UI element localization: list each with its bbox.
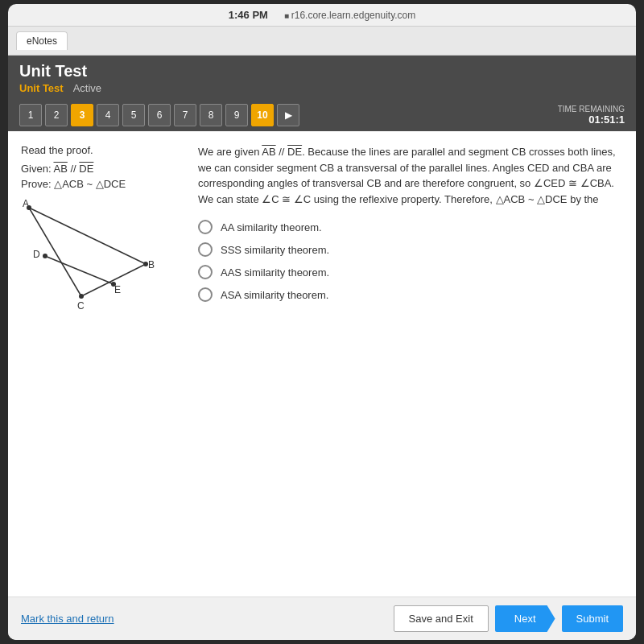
nav-btn-1[interactable]: 1 xyxy=(19,104,42,126)
enotes-tab[interactable]: eNotes xyxy=(16,31,68,50)
page-header: Unit Test Unit Test Active xyxy=(8,56,636,99)
question-nav: 1 2 3 4 5 6 7 8 9 10 ▶ xyxy=(19,104,299,126)
svg-text:A: A xyxy=(23,200,29,209)
answer-options: AA similarity theorem. SSS similarity th… xyxy=(198,220,623,302)
timer-value: 01:51:1 xyxy=(558,114,625,126)
radio-asa[interactable] xyxy=(198,287,213,302)
option-asa-label: ASA similarity theorem. xyxy=(221,289,328,301)
prove-text: Prove: △ACB ~ △DCE xyxy=(21,178,182,190)
page-title: Unit Test xyxy=(19,62,625,80)
nav-btn-2[interactable]: 2 xyxy=(45,104,68,126)
nav-btn-4[interactable]: 4 xyxy=(97,104,119,126)
question-area: Read the proof. Given: AB // DE Prove: △… xyxy=(8,131,636,597)
nav-btn-10[interactable]: 10 xyxy=(251,104,274,126)
option-aas-label: AAS similarity theorem. xyxy=(221,266,329,279)
nav-btn-5[interactable]: 5 xyxy=(122,104,145,126)
subtitle-label: Unit Test xyxy=(19,82,64,94)
geometry-diagram: A B C D E xyxy=(21,200,166,312)
given-de: DE xyxy=(79,163,93,175)
svg-line-3 xyxy=(45,256,114,284)
status-bar: 1:46 PM r16.core.learn.edgenuity.com xyxy=(8,4,636,27)
nav-bar: 1 2 3 4 5 6 7 8 9 10 ▶ TIME REMAINING 01… xyxy=(8,99,636,131)
nav-next-icon[interactable]: ▶ xyxy=(277,104,299,126)
radio-aa[interactable] xyxy=(198,220,213,234)
mark-return-link[interactable]: Mark this and return xyxy=(21,613,114,625)
right-panel: We are given AB // DE. Because the lines… xyxy=(198,144,623,584)
status-url: r16.core.learn.edgenuity.com xyxy=(284,10,415,21)
timer-label: TIME REMAINING xyxy=(558,105,625,114)
nav-btn-3[interactable]: 3 xyxy=(71,104,93,126)
left-panel: Read the proof. Given: AB // DE Prove: △… xyxy=(21,144,182,584)
svg-point-7 xyxy=(43,254,47,258)
given-ab: AB xyxy=(53,163,67,175)
option-asa[interactable]: ASA similarity theorem. xyxy=(198,287,623,302)
header-subtitle: Unit Test Active xyxy=(19,82,625,94)
browser-chrome: eNotes xyxy=(8,27,636,56)
status-badge: Active xyxy=(73,82,101,94)
svg-text:E: E xyxy=(114,284,121,295)
instruction-text: Read the proof. xyxy=(21,144,182,156)
option-aas[interactable]: AAS similarity theorem. xyxy=(198,265,623,279)
option-sss[interactable]: SSS similarity theorem. xyxy=(198,242,623,257)
option-aa-label: AA similarity theorem. xyxy=(221,221,322,233)
svg-text:B: B xyxy=(148,259,155,270)
radio-sss[interactable] xyxy=(198,242,213,257)
footer: Mark this and return Save and Exit Next … xyxy=(8,597,636,640)
option-aa[interactable]: AA similarity theorem. xyxy=(198,220,623,234)
option-sss-label: SSS similarity theorem. xyxy=(221,244,329,256)
timer: TIME REMAINING 01:51:1 xyxy=(558,105,625,126)
nav-btn-7[interactable]: 7 xyxy=(174,104,196,126)
device-frame: 1:46 PM r16.core.learn.edgenuity.com eNo… xyxy=(8,4,636,640)
radio-aas[interactable] xyxy=(198,265,213,279)
main-content: Unit Test Unit Test Active 1 2 3 4 5 6 7… xyxy=(8,56,636,640)
nav-btn-6[interactable]: 6 xyxy=(148,104,171,126)
submit-button[interactable]: Submit xyxy=(562,605,623,632)
given-text: Given: AB // DE xyxy=(21,163,182,175)
svg-text:C: C xyxy=(77,300,85,312)
svg-line-2 xyxy=(81,264,146,296)
save-exit-button[interactable]: Save and Exit xyxy=(394,605,489,632)
footer-buttons: Save and Exit Next Submit xyxy=(394,605,623,632)
svg-text:D: D xyxy=(33,249,40,260)
nav-btn-9[interactable]: 9 xyxy=(225,104,248,126)
next-button[interactable]: Next xyxy=(495,605,555,632)
status-time: 1:46 PM xyxy=(229,9,268,21)
svg-point-6 xyxy=(79,294,84,299)
proof-text: We are given AB // DE. Because the lines… xyxy=(198,144,623,207)
nav-btn-8[interactable]: 8 xyxy=(200,104,222,126)
